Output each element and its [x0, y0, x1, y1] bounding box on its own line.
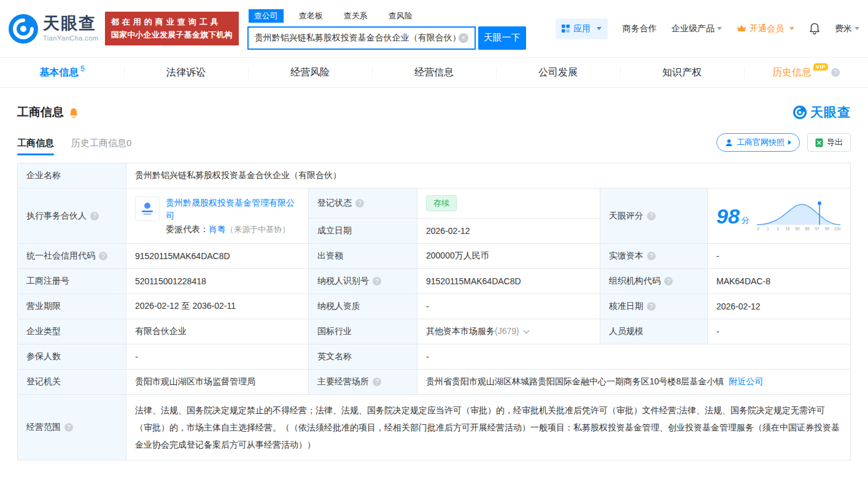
promo-line2: 国家中小企业发展子基金旗下机构 [111, 29, 233, 41]
partner-logo [135, 196, 160, 221]
label-insured: 参保人数 [18, 344, 126, 370]
label-approve-date: 核准日期 [600, 294, 708, 319]
open-vip-button[interactable]: 开通会员 [737, 23, 794, 34]
help-icon[interactable] [99, 252, 107, 260]
apps-menu[interactable]: 应用 [556, 18, 608, 39]
label-industry: 国标行业 [309, 319, 417, 344]
rep-name-link[interactable]: 肖粤 [209, 224, 226, 234]
help-icon[interactable] [647, 212, 656, 220]
value-reg-no: 520115001228418 [126, 269, 309, 294]
chevron-down-icon[interactable] [523, 328, 529, 334]
enterprise-label: 企业级产品 [672, 23, 715, 34]
value-taxpayer-no: 91520115MAK64DAC8D [417, 269, 600, 294]
help-icon[interactable] [355, 199, 364, 208]
label-establish-date: 成立日期 [309, 219, 417, 244]
tab-company-development[interactable]: 公司发展 [496, 58, 620, 87]
tianyancha-logo-icon [793, 106, 807, 119]
industry-code: (J679) [495, 326, 519, 336]
page-content: 工商信息 天眼查 工商信息 历史工商信息0 工商官网 [0, 104, 868, 461]
score-number: 98 [716, 206, 740, 227]
vip-label: 开通会员 [750, 23, 784, 34]
svg-text:15: 15 [785, 227, 790, 231]
value-term: 2026-02-12 至 2036-02-11 [126, 294, 309, 319]
clear-input-icon[interactable] [459, 33, 468, 43]
svg-text:99: 99 [824, 227, 829, 231]
label-org-code: 组织机构代码 [600, 269, 708, 294]
official-snapshot-button[interactable]: 工商官网快照 [716, 133, 800, 152]
value-company-type: 有限合伙企业 [126, 319, 309, 344]
label-staff-size: 人员规模 [600, 319, 708, 344]
value-establish-date: 2026-02-12 [417, 219, 600, 244]
value-industry: 其他资本市场服务(J679) [417, 319, 600, 344]
help-icon[interactable] [647, 252, 656, 260]
menu-business-cooperation[interactable]: 商务合作 [622, 23, 657, 34]
help-icon[interactable] [664, 277, 673, 286]
user-menu[interactable]: 费米 [835, 23, 859, 34]
table-row: 经营范围 法律、法规、国务院决定规定禁止的不得经营；法律、法规、国务院决定规定应… [18, 395, 851, 461]
export-label: 导出 [827, 137, 843, 148]
subtab-actions: 工商官网快照 导出 [716, 133, 851, 155]
section-title: 工商信息 [17, 104, 64, 120]
help-icon[interactable] [90, 212, 99, 220]
person-icon [725, 139, 733, 147]
value-approve-date: 2026-02-12 [708, 294, 851, 319]
tab-legal-proceedings[interactable]: 法律诉讼 [124, 58, 248, 87]
partner-text: 贵州黔晟股权投资基金管理有限公司 委派代表：肖粤（来源于中基协） [166, 196, 300, 235]
search-tab-boss[interactable]: 查老板 [293, 9, 328, 23]
label-authority: 登记机关 [18, 370, 126, 395]
industry-name: 其他资本市场服务 [426, 326, 495, 336]
help-icon[interactable] [373, 277, 381, 286]
tab-operating-risk[interactable]: 经营风险 [248, 58, 372, 87]
label-executive-partner: 执行事务合伙人 [18, 189, 126, 244]
value-company-name: 贵州黔铝兴链私募股权投资基金合伙企业（有限合伙） [126, 163, 851, 189]
svg-text:0: 0 [757, 227, 759, 231]
notifications-button[interactable] [809, 23, 820, 34]
tab-basic-info[interactable]: 基本信息 5 [0, 58, 124, 87]
table-row: 企业名称 贵州黔铝兴链私募股权投资基金合伙企业（有限合伙） [18, 163, 851, 189]
tab-intellectual-property[interactable]: 知识产权 [620, 58, 744, 87]
value-paid-capital: - [708, 244, 851, 269]
section-header: 工商信息 天眼查 [17, 104, 851, 121]
search-tab-risk[interactable]: 查风险 [383, 9, 418, 23]
help-icon[interactable] [647, 302, 656, 311]
snapshot-label: 工商官网快照 [737, 137, 785, 148]
label-term: 营业期限 [18, 294, 126, 319]
svg-text:1: 1 [767, 227, 769, 231]
search-input[interactable] [255, 33, 459, 43]
rep-label: 委派代表： [166, 224, 209, 234]
subtab-history-business-info[interactable]: 历史工商信息0 [71, 138, 131, 155]
export-button[interactable]: 导出 [807, 133, 851, 152]
value-business-scope: 法律、法规、国务院决定规定禁止的不得经营；法律、法规、国务院决定规定应当许可（审… [126, 395, 851, 461]
nearby-companies-link[interactable]: 附近公司 [729, 376, 763, 386]
help-icon[interactable] [831, 68, 840, 77]
table-row: 营业期限 2026-02-12 至 2036-02-11 纳税人资质 - 核准日… [18, 294, 851, 319]
monitor-bell-button[interactable] [69, 107, 79, 118]
vip-badge: VIP [813, 63, 828, 71]
bell-icon [69, 107, 79, 118]
search-tab-relation[interactable]: 查关系 [338, 9, 373, 23]
subtab-business-info[interactable]: 工商信息 [17, 138, 54, 155]
tab-label: 法律诉讼 [166, 66, 206, 79]
cooperation-label: 商务合作 [622, 23, 657, 34]
search-button[interactable]: 天眼一下 [478, 26, 526, 50]
tab-history-info[interactable]: 历史信息 VIP [744, 58, 868, 87]
menu-enterprise-products[interactable]: 企业级产品 [672, 23, 722, 34]
tab-label: 知识产权 [662, 66, 702, 79]
main-nav: 基本信息 5 法律诉讼 经营风险 经营信息 公司发展 知识产权 历史信息 VIP [0, 58, 868, 88]
svg-text:50: 50 [795, 227, 800, 231]
help-icon[interactable] [64, 423, 73, 432]
help-icon[interactable] [373, 378, 381, 386]
score-chart: 0 1 3 15 50 85 97 99 100 [756, 200, 842, 232]
delegate-rep-line: 委派代表：肖粤（来源于中基协） [166, 224, 300, 235]
label-reg-status: 登记状态 [309, 189, 417, 219]
label-taxpayer-quality: 纳税人资质 [309, 294, 417, 319]
search-tab-company[interactable]: 查公司 [249, 9, 284, 23]
tab-operating-info[interactable]: 经营信息 [372, 58, 496, 87]
crown-icon [737, 25, 746, 33]
label-english-name: 英文名称 [309, 344, 417, 370]
table-row: 统一社会信用代码 91520115MAK64DAC8D 出资额 200000万人… [18, 244, 851, 269]
partner-company-link[interactable]: 贵州黔晟股权投资基金管理有限公司 [166, 198, 295, 220]
tab-label: 基本信息 [39, 66, 79, 79]
table-row: 参保人数 - 英文名称 - [18, 344, 851, 370]
tianyancha-logo[interactable]: 天眼查 TianYanCha.com [9, 14, 99, 44]
